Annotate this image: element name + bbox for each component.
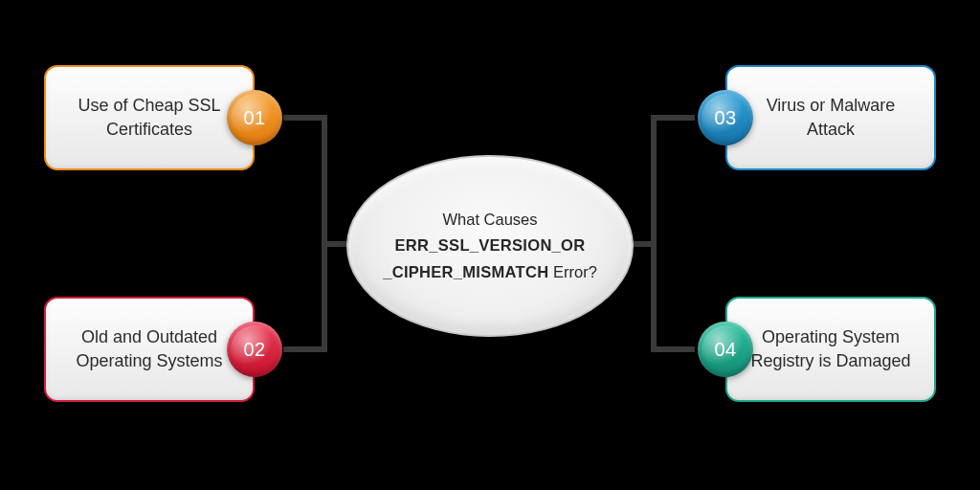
cause-text: Use of Cheap SSL Certificates xyxy=(67,94,232,142)
connector-line xyxy=(651,115,657,352)
cause-number-badge-1: 01 xyxy=(227,90,282,145)
cause-number-badge-2: 02 xyxy=(227,322,282,377)
connector-line xyxy=(651,346,695,352)
cause-text: Operating System Registry is Damaged xyxy=(748,325,913,373)
cause-card-3: Virus or Malware Attack xyxy=(725,65,936,170)
center-error-code-2: _CIPHER_MISMATCH xyxy=(383,263,548,280)
center-error-code-1: ERR_SSL_VERSION_OR xyxy=(395,236,586,254)
diagram-canvas: What Causes ERR_SSL_VERSION_OR _CIPHER_M… xyxy=(0,0,980,490)
center-label: What Causes ERR_SSL_VERSION_OR _CIPHER_M… xyxy=(383,207,597,285)
center-line1: What Causes xyxy=(442,211,537,228)
connector-line xyxy=(322,115,327,352)
cause-card-4: Operating System Registry is Damaged xyxy=(725,297,936,402)
cause-card-1: Use of Cheap SSL Certificates xyxy=(44,65,255,170)
cause-number-badge-4: 04 xyxy=(698,322,753,377)
cause-number-badge-3: 03 xyxy=(698,90,753,145)
cause-card-2: Old and Outdated Operating Systems xyxy=(44,297,255,402)
badge-number: 01 xyxy=(243,107,265,129)
badge-number: 02 xyxy=(243,339,265,361)
connector-line xyxy=(651,115,695,121)
cause-text: Virus or Malware Attack xyxy=(748,94,913,142)
badge-number: 04 xyxy=(714,339,736,361)
cause-text: Old and Outdated Operating Systems xyxy=(67,325,232,373)
center-topic: What Causes ERR_SSL_VERSION_OR _CIPHER_M… xyxy=(346,155,634,337)
center-suffix: Error? xyxy=(548,263,596,280)
badge-number: 03 xyxy=(714,107,736,129)
